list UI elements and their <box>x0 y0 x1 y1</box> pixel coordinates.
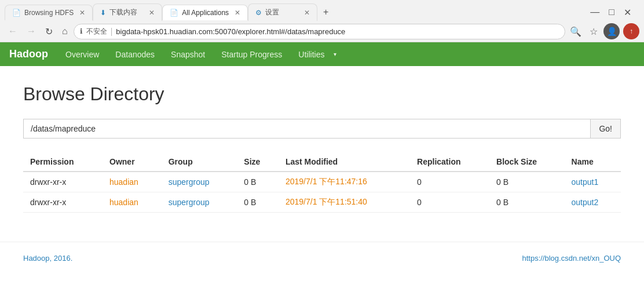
tab-icon-2: ⬇ <box>100 9 106 17</box>
tab-title-3: All Applications <box>182 9 229 17</box>
reload-button[interactable]: ↻ <box>42 24 56 39</box>
tab-title-2: 下载内容 <box>109 8 143 17</box>
extension-symbol: ↑ <box>630 27 633 35</box>
directory-table: Permission Owner Group Size Last Modifie… <box>23 152 621 213</box>
nav-utilities-link[interactable]: Utilities <box>290 43 332 66</box>
cell-permission: drwxr-xr-x <box>23 172 103 192</box>
url-display[interactable]: bigdata-hpsk01.huadian.com:50070/explore… <box>116 27 559 36</box>
browser-chrome: 📄 Browsing HDFS ✕ ⬇ 下载内容 ✕ 📄 All Applica… <box>0 0 644 42</box>
tab-download[interactable]: ⬇ 下载内容 ✕ <box>93 3 162 21</box>
bookmark-button[interactable]: ☆ <box>587 24 600 39</box>
cell-owner[interactable]: huadian <box>103 172 162 192</box>
tab-title-1: Browsing HDFS <box>24 9 74 17</box>
col-group: Group <box>162 152 237 172</box>
table-row: drwxr-xr-x huadian supergroup 0 B 2019/7… <box>23 192 621 213</box>
extension-icon[interactable]: ↑ <box>623 23 639 39</box>
cell-replication: 0 <box>410 192 489 213</box>
tab-icon-1: 📄 <box>12 9 21 17</box>
col-last-modified: Last Modified <box>279 152 410 172</box>
toolbar-right: 🔍 ☆ 👤 ↑ <box>568 23 639 39</box>
new-tab-button[interactable]: + <box>317 3 334 21</box>
col-size: Size <box>237 152 279 172</box>
col-replication: Replication <box>410 152 489 172</box>
page-title: Browse Directory <box>23 83 621 105</box>
cell-last-modified[interactable]: 2019/7/1 下午11:47:16 <box>279 172 410 192</box>
cell-last-modified[interactable]: 2019/7/1 下午11:51:40 <box>279 192 410 213</box>
table-row: drwxr-xr-x huadian supergroup 0 B 2019/7… <box>23 172 621 192</box>
table-header-row: Permission Owner Group Size Last Modifie… <box>23 152 621 172</box>
tab-close-4[interactable]: ✕ <box>304 9 310 17</box>
nav-overview[interactable]: Overview <box>57 43 107 66</box>
cell-owner[interactable]: huadian <box>103 192 162 213</box>
cell-permission: drwxr-xr-x <box>23 192 103 213</box>
search-button[interactable]: 🔍 <box>568 24 584 39</box>
browser-toolbar: ← → ↻ ⌂ ℹ 不安全 | bigdata-hpsk01.huadian.c… <box>0 21 644 42</box>
tab-bar: 📄 Browsing HDFS ✕ ⬇ 下载内容 ✕ 📄 All Applica… <box>0 0 644 21</box>
footer-left-text: Hadoop, 2016. <box>23 254 72 263</box>
tab-close-3[interactable]: ✕ <box>235 9 240 17</box>
cell-group[interactable]: supergroup <box>162 172 237 192</box>
go-button[interactable]: Go! <box>591 119 621 139</box>
main-content: Browse Directory Go! Permission Owner Gr… <box>0 66 644 230</box>
nav-utilities[interactable]: Utilities ▾ <box>290 43 336 66</box>
maximize-button[interactable]: □ <box>605 5 618 20</box>
home-button[interactable]: ⌂ <box>58 24 71 39</box>
security-icon: ℹ <box>80 27 83 35</box>
cell-replication: 0 <box>410 172 489 192</box>
back-button[interactable]: ← <box>5 24 21 39</box>
tab-close-2[interactable]: ✕ <box>149 9 155 17</box>
tab-title-4: 设置 <box>265 8 298 17</box>
nav-startup-progress[interactable]: Startup Progress <box>213 43 290 66</box>
profile-avatar: 👤 <box>607 27 617 36</box>
footer: Hadoop, 2016. https://blog.csdn.net/xn_O… <box>0 242 644 274</box>
tab-all-applications[interactable]: 📄 All Applications ✕ <box>162 5 248 20</box>
cell-size: 0 B <box>237 172 279 192</box>
profile-icon[interactable]: 👤 <box>603 23 620 39</box>
cell-block-size: 0 B <box>489 172 565 192</box>
tab-browsing-hdfs[interactable]: 📄 Browsing HDFS ✕ <box>5 5 93 20</box>
address-bar[interactable]: ℹ 不安全 | bigdata-hpsk01.huadian.com:50070… <box>74 24 565 39</box>
col-permission: Permission <box>23 152 103 172</box>
footer-right-text: https://blog.csdn.net/xn_OUQ <box>522 254 621 263</box>
cell-name[interactable]: output1 <box>565 172 621 192</box>
path-input[interactable] <box>23 119 591 139</box>
col-block-size: Block Size <box>489 152 565 172</box>
hadoop-navbar: Hadoop Overview Datanodes Snapshot Start… <box>0 42 644 66</box>
nav-snapshot[interactable]: Snapshot <box>163 43 213 66</box>
tab-icon-4: ⚙ <box>255 9 262 17</box>
cell-group[interactable]: supergroup <box>162 192 237 213</box>
close-browser-button[interactable]: ✕ <box>620 5 635 20</box>
hadoop-brand: Hadoop <box>9 42 57 66</box>
nav-datanodes[interactable]: Datanodes <box>107 43 163 66</box>
cell-size: 0 B <box>237 192 279 213</box>
path-row: Go! <box>23 119 621 139</box>
cell-block-size: 0 B <box>489 192 565 213</box>
tab-settings[interactable]: ⚙ 设置 ✕ <box>248 3 317 21</box>
tab-icon-3: 📄 <box>170 9 178 17</box>
security-text: 不安全 <box>86 27 107 37</box>
tab-close-1[interactable]: ✕ <box>79 9 85 17</box>
address-separator: | <box>111 27 113 36</box>
minimize-button[interactable]: — <box>587 5 603 20</box>
forward-button[interactable]: → <box>23 24 39 39</box>
col-name: Name <box>565 152 621 172</box>
utilities-dropdown-arrow: ▾ <box>334 51 336 57</box>
col-owner: Owner <box>103 152 162 172</box>
cell-name[interactable]: output2 <box>565 192 621 213</box>
